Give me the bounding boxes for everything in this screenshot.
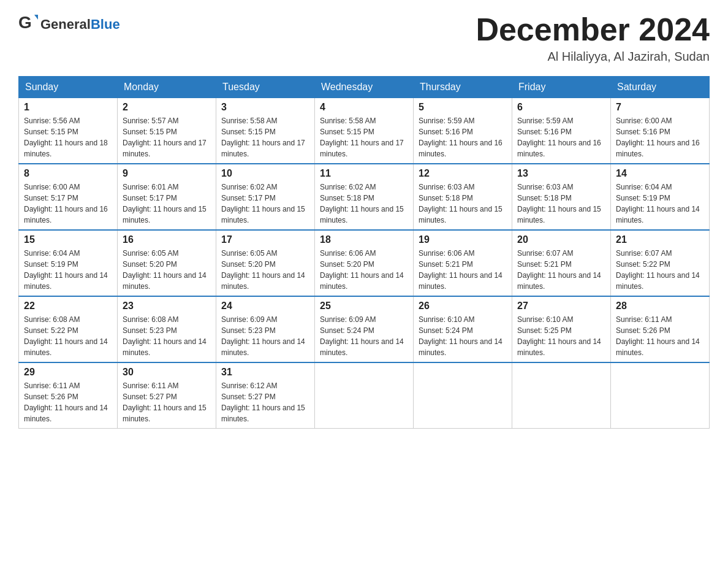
svg-marker-1 <box>34 15 38 20</box>
col-friday: Friday <box>512 77 611 98</box>
calendar-week-row-5: 29 Sunrise: 6:11 AM Sunset: 5:26 PM Dayl… <box>19 362 710 429</box>
calendar-day-cell <box>414 362 512 429</box>
day-number: 22 <box>24 301 112 312</box>
day-number: 4 <box>320 102 408 113</box>
day-number: 2 <box>123 102 211 113</box>
calendar-day-cell: 19 Sunrise: 6:06 AM Sunset: 5:21 PM Dayl… <box>414 230 512 296</box>
day-number: 31 <box>221 367 309 378</box>
day-info: Sunrise: 6:04 AM Sunset: 5:19 PM Dayligh… <box>616 182 704 226</box>
calendar-day-cell: 31 Sunrise: 6:12 AM Sunset: 5:27 PM Dayl… <box>216 362 315 429</box>
calendar-day-cell: 27 Sunrise: 6:10 AM Sunset: 5:25 PM Dayl… <box>512 296 611 362</box>
calendar-day-cell: 5 Sunrise: 5:59 AM Sunset: 5:16 PM Dayli… <box>414 98 512 164</box>
calendar-day-cell <box>512 362 611 429</box>
day-number: 30 <box>123 367 211 378</box>
calendar-day-cell: 1 Sunrise: 5:56 AM Sunset: 5:15 PM Dayli… <box>19 98 118 164</box>
day-number: 29 <box>24 367 112 378</box>
day-number: 1 <box>24 102 112 113</box>
day-number: 19 <box>419 234 507 245</box>
day-info: Sunrise: 6:06 AM Sunset: 5:20 PM Dayligh… <box>320 248 408 292</box>
calendar-day-cell: 8 Sunrise: 6:00 AM Sunset: 5:17 PM Dayli… <box>19 164 118 230</box>
day-info: Sunrise: 6:00 AM Sunset: 5:16 PM Dayligh… <box>616 115 704 159</box>
col-sunday: Sunday <box>19 77 118 98</box>
day-info: Sunrise: 6:12 AM Sunset: 5:27 PM Dayligh… <box>221 380 309 424</box>
calendar-day-cell: 24 Sunrise: 6:09 AM Sunset: 5:23 PM Dayl… <box>216 296 315 362</box>
logo-general-text: General <box>40 17 91 32</box>
day-info: Sunrise: 5:59 AM Sunset: 5:16 PM Dayligh… <box>419 115 507 159</box>
day-info: Sunrise: 6:09 AM Sunset: 5:23 PM Dayligh… <box>221 314 309 358</box>
calendar-day-cell: 30 Sunrise: 6:11 AM Sunset: 5:27 PM Dayl… <box>118 362 216 429</box>
day-info: Sunrise: 6:04 AM Sunset: 5:19 PM Dayligh… <box>24 248 112 292</box>
day-info: Sunrise: 6:11 AM Sunset: 5:26 PM Dayligh… <box>24 380 112 424</box>
col-thursday: Thursday <box>414 77 512 98</box>
calendar-week-row-2: 8 Sunrise: 6:00 AM Sunset: 5:17 PM Dayli… <box>19 164 710 230</box>
day-info: Sunrise: 5:58 AM Sunset: 5:15 PM Dayligh… <box>221 115 309 159</box>
calendar-week-row-4: 22 Sunrise: 6:08 AM Sunset: 5:22 PM Dayl… <box>19 296 710 362</box>
day-info: Sunrise: 6:10 AM Sunset: 5:25 PM Dayligh… <box>517 314 605 358</box>
calendar-day-cell: 6 Sunrise: 5:59 AM Sunset: 5:16 PM Dayli… <box>512 98 611 164</box>
col-wednesday: Wednesday <box>315 77 414 98</box>
calendar-day-cell: 4 Sunrise: 5:58 AM Sunset: 5:15 PM Dayli… <box>315 98 414 164</box>
calendar-day-cell: 12 Sunrise: 6:03 AM Sunset: 5:18 PM Dayl… <box>414 164 512 230</box>
day-number: 11 <box>320 168 408 179</box>
day-info: Sunrise: 6:03 AM Sunset: 5:18 PM Dayligh… <box>517 182 605 226</box>
logo: G GeneralBlue <box>18 12 120 37</box>
calendar-day-cell: 21 Sunrise: 6:07 AM Sunset: 5:22 PM Dayl… <box>611 230 710 296</box>
calendar-day-cell: 13 Sunrise: 6:03 AM Sunset: 5:18 PM Dayl… <box>512 164 611 230</box>
day-number: 28 <box>616 301 704 312</box>
calendar-day-cell: 29 Sunrise: 6:11 AM Sunset: 5:26 PM Dayl… <box>19 362 118 429</box>
day-info: Sunrise: 6:11 AM Sunset: 5:27 PM Dayligh… <box>123 380 211 424</box>
calendar-day-cell: 25 Sunrise: 6:09 AM Sunset: 5:24 PM Dayl… <box>315 296 414 362</box>
day-number: 17 <box>221 234 309 245</box>
day-info: Sunrise: 6:02 AM Sunset: 5:17 PM Dayligh… <box>221 182 309 226</box>
day-info: Sunrise: 6:11 AM Sunset: 5:26 PM Dayligh… <box>616 314 704 358</box>
day-number: 7 <box>616 102 704 113</box>
day-info: Sunrise: 6:06 AM Sunset: 5:21 PM Dayligh… <box>419 248 507 292</box>
calendar-week-row-3: 15 Sunrise: 6:04 AM Sunset: 5:19 PM Dayl… <box>19 230 710 296</box>
day-number: 3 <box>221 102 309 113</box>
calendar-day-cell: 9 Sunrise: 6:01 AM Sunset: 5:17 PM Dayli… <box>118 164 216 230</box>
day-info: Sunrise: 6:00 AM Sunset: 5:17 PM Dayligh… <box>24 182 112 226</box>
day-number: 15 <box>24 234 112 245</box>
calendar-day-cell: 10 Sunrise: 6:02 AM Sunset: 5:17 PM Dayl… <box>216 164 315 230</box>
calendar-day-cell: 15 Sunrise: 6:04 AM Sunset: 5:19 PM Dayl… <box>19 230 118 296</box>
day-number: 23 <box>123 301 211 312</box>
day-info: Sunrise: 6:09 AM Sunset: 5:24 PM Dayligh… <box>320 314 408 358</box>
day-number: 8 <box>24 168 112 179</box>
calendar-day-cell <box>315 362 414 429</box>
day-number: 27 <box>517 301 605 312</box>
day-info: Sunrise: 6:05 AM Sunset: 5:20 PM Dayligh… <box>221 248 309 292</box>
day-info: Sunrise: 6:07 AM Sunset: 5:22 PM Dayligh… <box>616 248 704 292</box>
calendar-day-cell: 11 Sunrise: 6:02 AM Sunset: 5:18 PM Dayl… <box>315 164 414 230</box>
day-info: Sunrise: 6:07 AM Sunset: 5:21 PM Dayligh… <box>517 248 605 292</box>
day-info: Sunrise: 5:58 AM Sunset: 5:15 PM Dayligh… <box>320 115 408 159</box>
col-tuesday: Tuesday <box>216 77 315 98</box>
location: Al Hilaliyya, Al Jazirah, Sudan <box>476 50 710 64</box>
calendar-header-row: Sunday Monday Tuesday Wednesday Thursday… <box>19 77 710 98</box>
day-info: Sunrise: 6:03 AM Sunset: 5:18 PM Dayligh… <box>419 182 507 226</box>
calendar-day-cell <box>611 362 710 429</box>
day-number: 25 <box>320 301 408 312</box>
day-info: Sunrise: 5:56 AM Sunset: 5:15 PM Dayligh… <box>24 115 112 159</box>
day-info: Sunrise: 6:10 AM Sunset: 5:24 PM Dayligh… <box>419 314 507 358</box>
calendar-day-cell: 3 Sunrise: 5:58 AM Sunset: 5:15 PM Dayli… <box>216 98 315 164</box>
calendar-day-cell: 2 Sunrise: 5:57 AM Sunset: 5:15 PM Dayli… <box>118 98 216 164</box>
month-title: December 2024 <box>476 12 710 47</box>
calendar-table: Sunday Monday Tuesday Wednesday Thursday… <box>18 76 710 429</box>
calendar-day-cell: 17 Sunrise: 6:05 AM Sunset: 5:20 PM Dayl… <box>216 230 315 296</box>
day-info: Sunrise: 6:01 AM Sunset: 5:17 PM Dayligh… <box>123 182 211 226</box>
day-info: Sunrise: 6:08 AM Sunset: 5:22 PM Dayligh… <box>24 314 112 358</box>
day-number: 18 <box>320 234 408 245</box>
page-header: G GeneralBlue December 2024 Al Hilaliyya… <box>18 12 710 64</box>
day-info: Sunrise: 6:08 AM Sunset: 5:23 PM Dayligh… <box>123 314 211 358</box>
day-info: Sunrise: 6:02 AM Sunset: 5:18 PM Dayligh… <box>320 182 408 226</box>
calendar-day-cell: 7 Sunrise: 6:00 AM Sunset: 5:16 PM Dayli… <box>611 98 710 164</box>
calendar-day-cell: 22 Sunrise: 6:08 AM Sunset: 5:22 PM Dayl… <box>19 296 118 362</box>
calendar-week-row-1: 1 Sunrise: 5:56 AM Sunset: 5:15 PM Dayli… <box>19 98 710 164</box>
day-number: 12 <box>419 168 507 179</box>
day-info: Sunrise: 6:05 AM Sunset: 5:20 PM Dayligh… <box>123 248 211 292</box>
day-number: 26 <box>419 301 507 312</box>
logo-blue-text: Blue <box>91 17 120 32</box>
calendar-day-cell: 23 Sunrise: 6:08 AM Sunset: 5:23 PM Dayl… <box>118 296 216 362</box>
day-number: 9 <box>123 168 211 179</box>
calendar-day-cell: 18 Sunrise: 6:06 AM Sunset: 5:20 PM Dayl… <box>315 230 414 296</box>
